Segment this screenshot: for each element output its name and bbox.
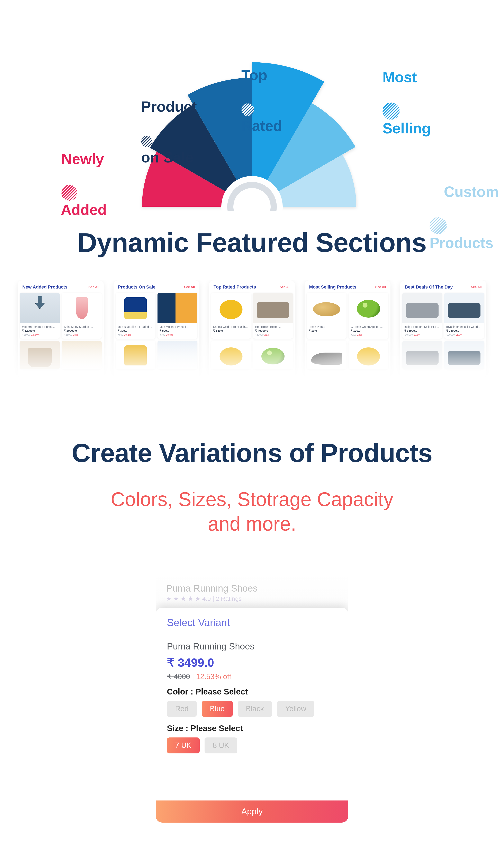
product-card[interactable]: Fresh Potato₹ 10.0	[307, 292, 346, 339]
see-all-link[interactable]: See All	[280, 285, 290, 289]
product-price: ₹ 75000.0	[446, 329, 482, 333]
product-image	[158, 292, 197, 323]
product-image	[158, 341, 197, 369]
product-image	[211, 292, 251, 323]
product-price: ₹ 399.0	[118, 329, 154, 333]
product-card[interactable]: Saffola Gold - Pro Healthy ...₹ 149.0	[211, 292, 251, 339]
product-card[interactable]	[444, 341, 484, 369]
product-image	[20, 341, 60, 369]
product-image	[62, 292, 102, 323]
product-image	[402, 341, 442, 369]
product-card[interactable]: Men Mustard Printed ...₹ 500.0₹700 28.5%	[158, 292, 197, 339]
color-chip[interactable]: Black	[238, 701, 272, 717]
product-old-price: ₹15000	[22, 333, 30, 336]
product-image	[307, 341, 346, 369]
product-card[interactable]	[62, 341, 102, 369]
product-image	[348, 292, 389, 323]
svg-point-13	[141, 136, 152, 147]
product-card[interactable]	[348, 341, 389, 369]
product-card[interactable]	[211, 341, 251, 369]
color-chip[interactable]: Blue	[202, 701, 233, 717]
color-chips: RedBlueBlackYellow	[167, 701, 337, 717]
section-title: Products On Sale	[118, 284, 156, 290]
product-image	[20, 292, 60, 323]
product-image	[115, 292, 156, 323]
svg-point-15	[382, 103, 400, 120]
product-name: Men Mustard Printed ...	[160, 325, 195, 329]
product-discount: 20.2%	[124, 333, 131, 336]
heading-dynamic-featured: Dynamic Featured Sections	[0, 227, 504, 258]
product-image	[444, 292, 484, 323]
product-name: Men Blue Slim Fit Faded ...	[118, 325, 154, 329]
product-discount: 23%	[264, 333, 269, 336]
product-image	[211, 341, 251, 369]
sheet-title: Select Variant	[167, 617, 337, 629]
product-price: ₹ 500.0	[160, 329, 195, 333]
product-discount: 28.5%	[166, 333, 173, 336]
section-title: Best Deals Of The Day	[405, 284, 453, 290]
section-card: Most Selling ProductsSee AllFresh Potato…	[305, 280, 391, 379]
size-chip[interactable]: 7 UK	[167, 737, 200, 753]
section-title: New Added Products	[22, 284, 67, 290]
section-title: Most Selling Products	[309, 284, 356, 290]
size-attr-label: Size : Please Select	[167, 724, 337, 733]
product-price: ₹ 170.0	[350, 329, 386, 333]
sections-carousel: New Added ProductsSee AllModern Pendant …	[0, 280, 504, 379]
product-image	[62, 341, 102, 369]
product-name: HomeTown Bolton ...	[255, 325, 291, 329]
product-card[interactable]	[115, 341, 156, 369]
size-chip[interactable]: 8 UK	[204, 737, 237, 753]
variant-sheet: Select Variant Puma Running Shoes ₹ 3499…	[156, 608, 348, 823]
product-image	[348, 341, 389, 369]
fan-label-top-rated: Top Rated	[200, 33, 282, 168]
product-image	[253, 292, 293, 323]
section-card: Products On SaleSee AllMen Blue Slim Fit…	[113, 280, 199, 379]
see-all-link[interactable]: See All	[375, 285, 386, 289]
bg-product-name: Puma Running Shoes	[166, 583, 258, 594]
product-name: Fresh Potato	[309, 325, 344, 329]
see-all-link[interactable]: See All	[89, 285, 100, 289]
product-card[interactable]	[307, 341, 346, 369]
product-card[interactable]: Indigo Interiors Solid Extra...₹ 36999.0…	[402, 292, 442, 339]
product-card[interactable]	[158, 341, 197, 369]
see-all-link[interactable]: See All	[184, 285, 195, 289]
product-card[interactable]: HomeTown Bolton ...₹ 40000.0₹52000 23%	[253, 292, 293, 339]
color-chip[interactable]: Yellow	[277, 701, 314, 717]
product-card[interactable]: Saint Moov Stardust ...₹ 20000.0₹25000 2…	[62, 292, 102, 339]
fan-chart: Newly Added Product on Sale Top Rated Mo…	[0, 10, 504, 217]
product-card[interactable]	[20, 341, 60, 369]
product-card[interactable]: G Fresh Green Apple - ...₹ 170.0₹200 15%	[348, 292, 389, 339]
product-discount: 13.34%	[31, 333, 40, 336]
product-card[interactable]: Modern Pendant Lights ...₹ 12999.0₹15000…	[20, 292, 60, 339]
product-card[interactable]	[253, 341, 293, 369]
product-price: ₹ 20000.0	[64, 329, 100, 333]
product-discount: 15%	[357, 333, 362, 336]
see-all-link[interactable]: See All	[471, 285, 482, 289]
fan-label-product-on-sale: Product on Sale	[100, 64, 197, 200]
variant-price: ₹ 3499.0	[167, 656, 337, 669]
product-discount: 20%	[73, 333, 78, 336]
variant-price-line: ₹ 4000|12.53% off	[167, 673, 337, 681]
product-old-price: ₹90000	[446, 333, 455, 336]
product-name: Indigo Interiors Solid Extra...	[404, 325, 440, 329]
product-old-price: ₹200	[350, 333, 356, 336]
section-card: New Added ProductsSee AllModern Pendant …	[18, 280, 104, 379]
bg-product-rating: ★ ★ ★ ★ ★ 4.0 | 2 Ratings	[166, 595, 242, 602]
product-price: ₹ 36999.0	[404, 329, 440, 333]
section-card: Best Deals Of The DaySee AllIndigo Inter…	[400, 280, 486, 379]
section-card: Top Rated ProductsSee AllSaffola Gold - …	[209, 280, 295, 379]
subtitle-variations: Colors, Sizes, Stotrage Capacityand more…	[0, 487, 504, 536]
variant-panel: Puma Running Shoes ★ ★ ★ ★ ★ 4.0 | 2 Rat…	[156, 553, 348, 823]
product-image	[402, 292, 442, 323]
product-card[interactable]: royal interiors solid wood...₹ 75000.0₹9…	[444, 292, 484, 339]
product-old-price: ₹500	[118, 333, 123, 336]
svg-point-12	[61, 185, 77, 201]
section-title: Top Rated Products	[214, 284, 256, 290]
product-old-price: ₹700	[160, 333, 165, 336]
color-chip[interactable]: Red	[167, 701, 197, 717]
product-name: Saffola Gold - Pro Healthy ...	[213, 325, 249, 329]
product-card[interactable]: Men Blue Slim Fit Faded ...₹ 399.0₹500 2…	[115, 292, 156, 339]
apply-button[interactable]: Apply	[156, 801, 348, 823]
product-image	[253, 341, 293, 369]
product-card[interactable]	[402, 341, 442, 369]
